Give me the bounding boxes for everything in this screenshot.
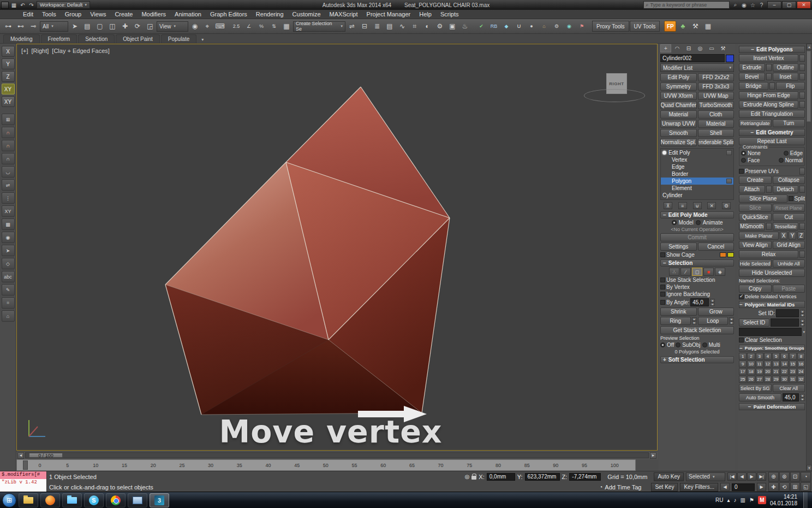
cut-button[interactable]: Cut (773, 213, 805, 221)
turn-button[interactable]: Turn (773, 119, 805, 127)
modifier-set-button[interactable]: UVW Xform (660, 92, 697, 100)
close-button[interactable]: ✕ (797, 1, 811, 9)
element-mode-icon[interactable]: ◈ (715, 268, 725, 276)
smoothing-group-button[interactable]: 27 (756, 376, 763, 383)
time-slider-handle[interactable]: 0 / 100 (29, 453, 63, 458)
stack-row-icon[interactable] (726, 150, 732, 155)
menu-item[interactable]: Help (415, 10, 436, 18)
menu-item[interactable]: Animation (170, 10, 206, 18)
y-coordinate-field[interactable]: 623,372mm (525, 473, 560, 481)
split-checkbox[interactable] (789, 196, 793, 201)
grid-align-button[interactable]: Grid Align (773, 241, 805, 249)
sphere-plugin-icon[interactable]: ● (526, 20, 538, 32)
fov-icon[interactable]: ◔ (801, 472, 811, 482)
redo-quick-icon[interactable]: ↷ (27, 1, 35, 9)
magnet-2-icon[interactable]: ∩ (2, 153, 15, 164)
time-slider-left-icon[interactable]: ◂ (17, 452, 24, 459)
ribbon-tab[interactable]: Freeform (41, 34, 77, 43)
relink-plugin-icon[interactable]: ⌂ (538, 20, 550, 32)
bind-to-spacewarp-icon[interactable]: ⊸ (27, 20, 39, 32)
stack-item-edit-poly[interactable]: Edit Poly (661, 149, 733, 156)
relax-settings-box[interactable] (799, 251, 805, 258)
make-planar-button[interactable]: Make Planar (739, 232, 779, 240)
maximize-viewport-icon[interactable]: ◱ (801, 482, 811, 492)
rollout-smoothing-groups[interactable]: Polygon: Smoothing Groups (739, 345, 805, 352)
remove-modifier-icon[interactable]: ✕ (707, 202, 716, 209)
viewcube-ring[interactable] (584, 89, 645, 102)
hide-unselected-button[interactable]: Hide Unselected (739, 269, 805, 277)
modifier-set-button[interactable]: UVW Map (698, 92, 735, 100)
attach-settings-box[interactable] (766, 186, 772, 193)
pan-icon[interactable]: ✚ (768, 482, 779, 492)
mail-agent-icon[interactable]: M (758, 496, 766, 504)
select-id-field[interactable] (771, 318, 799, 327)
cage-selected-color-swatch[interactable] (727, 252, 734, 257)
select-id-button[interactable]: Select ID (739, 318, 769, 327)
stack-item-cylinder[interactable]: Cylinder (661, 192, 733, 199)
make-unique-icon[interactable]: ⊎ (693, 202, 702, 209)
menu-item[interactable]: Project Manager (362, 10, 415, 18)
taskbar-folder-button[interactable] (62, 493, 82, 507)
snap-settings-icon[interactable]: ◡ (2, 166, 15, 178)
grow-button[interactable]: Grow (698, 308, 735, 316)
collapse-button[interactable]: Collapse (773, 176, 805, 184)
unwrella-icon[interactable]: U (513, 20, 525, 32)
previous-frame-icon[interactable]: ◀ (720, 483, 730, 491)
menu-item[interactable]: Graph Editors (206, 10, 252, 18)
taskbar-explorer-button[interactable] (19, 493, 38, 507)
hierarchy-tab-icon[interactable]: ⊟ (683, 44, 694, 52)
outline-button[interactable]: Outline (773, 63, 799, 72)
rollout-edit-poly-mode[interactable]: Edit Poly Mode (660, 211, 734, 218)
smoothing-group-button[interactable]: 28 (764, 376, 772, 383)
diamond-plugin-icon[interactable]: ◆ (500, 20, 512, 32)
maxscript-mini-listener[interactable]: $.modifiers[# "zLib v 1.42 (0, 471, 47, 492)
home-small-icon[interactable]: ⌂ (2, 310, 15, 322)
stack-item-edge[interactable]: Edge (661, 163, 733, 170)
smoothing-group-button[interactable]: 23 (789, 368, 797, 375)
time-slider-right-icon[interactable]: ▸ (650, 452, 656, 459)
hinge-settings-box[interactable] (799, 92, 805, 99)
orbit-icon[interactable]: ⟲ (779, 482, 790, 492)
select-by-sg-button[interactable]: Select By SG (739, 384, 772, 392)
border-mode-icon[interactable]: ◻ (692, 268, 702, 276)
smoothing-group-button[interactable]: 1 (739, 353, 747, 360)
inset-button[interactable]: Inset (773, 73, 799, 81)
select-and-rotate-icon[interactable]: ⟳ (132, 20, 144, 32)
play-button[interactable]: ▶ (747, 472, 756, 481)
smoothing-group-button[interactable]: 7 (789, 353, 797, 360)
key-filter-dropdown[interactable]: Selected▾ (686, 472, 725, 481)
smoothing-group-button[interactable]: 20 (764, 368, 772, 375)
current-frame-marker[interactable] (23, 460, 28, 470)
fp-plugin-icon[interactable]: FP (664, 21, 676, 32)
constraint-normal-radio[interactable] (779, 158, 784, 163)
menu-item[interactable]: MAXScript (325, 10, 362, 18)
extrude-button[interactable]: Extrude (739, 63, 765, 72)
insert-vertex-settings-box[interactable] (799, 55, 805, 62)
time-tag-icon[interactable]: ◔ (599, 484, 602, 490)
modifier-set-button[interactable]: Smooth (660, 129, 697, 137)
by-angle-field[interactable]: 45,0 (690, 298, 709, 306)
smoothing-group-button[interactable]: 15 (789, 361, 797, 368)
insert-vertex-button[interactable]: Insert Vertex (739, 54, 798, 62)
motion-tab-icon[interactable]: ◎ (695, 44, 706, 52)
visibility-bulb-icon[interactable] (662, 151, 666, 155)
show-end-result-icon[interactable]: ≡ (678, 202, 687, 209)
ribbon-tab[interactable]: Modeling (3, 34, 40, 43)
make-planar-x-button[interactable]: X (780, 232, 787, 240)
mirror-icon[interactable]: ⇌ (346, 20, 358, 32)
align-icon[interactable]: ⊟ (359, 20, 371, 32)
go-end-button[interactable]: ▶| (757, 472, 766, 481)
smoothing-group-button[interactable]: 9 (739, 361, 747, 368)
rb-plugin-icon[interactable]: RB (488, 20, 500, 32)
cancel-button[interactable]: Cancel (698, 243, 735, 251)
menu-item[interactable]: Customize (288, 10, 325, 18)
modifier-set-button[interactable]: TurboSmooth (698, 101, 735, 109)
axis-constraint-button[interactable]: X (2, 46, 15, 57)
render-setup-icon[interactable]: ⚙ (434, 20, 446, 32)
language-indicator[interactable]: RU (715, 497, 723, 503)
select-id-spinner[interactable]: ▲▼ (800, 319, 805, 326)
stack-item-element[interactable]: Element (661, 185, 733, 192)
model-radio[interactable] (672, 220, 677, 225)
inset-settings-box[interactable] (799, 73, 805, 80)
smoothing-group-button[interactable]: 11 (756, 361, 763, 368)
